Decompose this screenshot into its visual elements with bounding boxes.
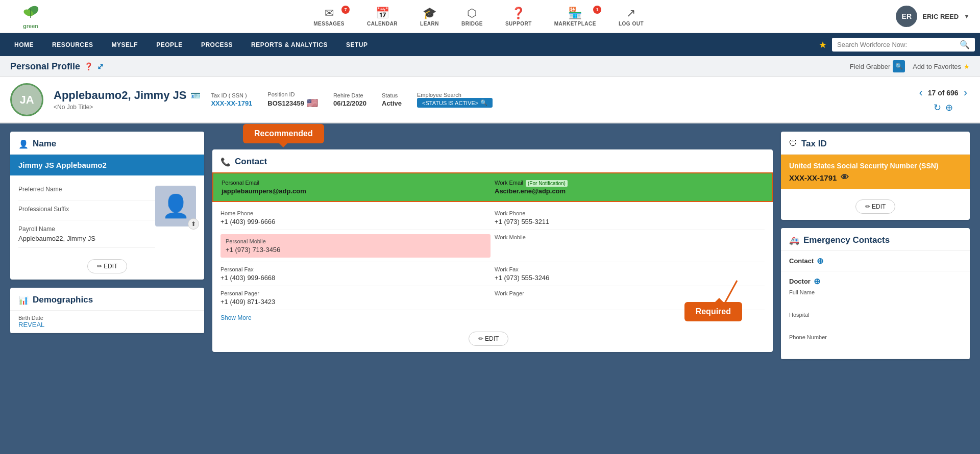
- show-more-link[interactable]: Show More: [220, 310, 765, 325]
- flag-icon: 🇺🇸: [307, 97, 318, 109]
- logo[interactable]: green: [10, 4, 51, 29]
- marketplace-label: MARKETPLACE: [554, 21, 596, 27]
- personal-mobile-label: Personal Mobile: [226, 238, 485, 244]
- middle-column: Recommended 📞 Contact Personal Email jap…: [212, 132, 773, 352]
- field-grabber[interactable]: Field Grabber 🔍: [850, 60, 905, 72]
- nav-process[interactable]: PROCESS: [192, 33, 242, 56]
- name-edit-button[interactable]: ✏ EDIT: [87, 259, 128, 273]
- emergency-doctor-section: Doctor ⊕ Full Name Hospital Phone Number: [781, 271, 970, 359]
- user-name[interactable]: ERIC REED: [922, 13, 959, 20]
- favorites-icon: ★: [964, 63, 970, 70]
- avatar-upload-icon[interactable]: ⬆: [188, 218, 199, 230]
- nav-logout[interactable]: ↗ LOG OUT: [607, 7, 655, 27]
- messages-badge: 7: [341, 6, 350, 14]
- nav-resources[interactable]: RESOURCES: [43, 33, 103, 56]
- home-phone-field: Home Phone +1 (403) 999-6666: [220, 210, 491, 225]
- nav-learn[interactable]: 🎓 LEARN: [409, 7, 450, 27]
- name-card: 👤 Name Jimmy JS Applebaumo2 Preferred Na…: [10, 132, 204, 280]
- main-content: 👤 Name Jimmy JS Applebaumo2 Preferred Na…: [0, 123, 980, 367]
- nav-reports[interactable]: REPORTS & ANALYTICS: [242, 33, 337, 56]
- birth-date-value[interactable]: REVEAL: [18, 321, 196, 329]
- fax-row: Personal Fax +1 (403) 999-6668 Work Fax …: [220, 262, 765, 286]
- ssn-type: United States Social Security Number (SS…: [789, 162, 962, 170]
- top-bar: green ✉ 7 MESSAGES 📅 CALENDAR 🎓 LEARN ⬡ …: [0, 0, 980, 33]
- contact-card-icon: 📞: [220, 157, 231, 167]
- add-doctor-icon[interactable]: ⊕: [814, 276, 820, 286]
- next-employee-button[interactable]: ›: [961, 86, 970, 99]
- work-phone-field: Work Phone +1 (973) 555-3211: [495, 210, 765, 225]
- personal-fax-value: +1 (403) 999-6668: [220, 274, 491, 282]
- prev-employee-button[interactable]: ‹: [916, 86, 925, 99]
- calendar-label: CALENDAR: [367, 21, 398, 27]
- nav-myself[interactable]: MYSELF: [103, 33, 148, 56]
- add-favorites-label: Add to Favorites: [913, 63, 961, 70]
- hospital-value: [789, 318, 962, 328]
- refresh-icon[interactable]: ↻: [934, 102, 941, 113]
- nav-messages[interactable]: ✉ 7 MESSAGES: [302, 7, 356, 27]
- personal-fax-label: Personal Fax: [220, 266, 491, 272]
- contact-card-title: Contact: [235, 157, 267, 167]
- marketplace-badge: 1: [593, 6, 601, 14]
- work-mobile-field: Work Mobile: [495, 234, 765, 258]
- add-contact-icon[interactable]: ⊕: [817, 256, 823, 266]
- tax-card-footer: ✏ EDIT: [781, 193, 970, 220]
- employee-job-title: <No Job Title>: [54, 104, 201, 111]
- add-employee-icon[interactable]: ⊕: [945, 102, 953, 113]
- search-area: 🔍: [832, 38, 975, 52]
- preferred-name-row: Preferred Name: [18, 181, 155, 200]
- emergency-card: 🚑 Emergency Contacts Contact ⊕ Doctor ⊕ …: [781, 228, 970, 359]
- search-icon[interactable]: 🔍: [960, 40, 970, 49]
- calendar-icon: 📅: [376, 7, 389, 20]
- nav-home[interactable]: HOME: [5, 33, 43, 56]
- user-avatar[interactable]: ER: [896, 6, 917, 27]
- support-icon: ❓: [511, 7, 525, 20]
- home-phone-value: +1 (403) 999-6666: [220, 218, 491, 225]
- demographics-card: 📊 Demographics Birth Date REVEAL: [10, 288, 204, 333]
- demographics-icon: 📊: [18, 295, 29, 305]
- contact-card-footer: ✏ EDIT: [212, 325, 773, 352]
- work-fax-value: +1 (973) 555-3246: [495, 274, 765, 282]
- user-dropdown-icon[interactable]: ▼: [964, 13, 970, 20]
- contact-edit-button[interactable]: ✏ EDIT: [469, 332, 509, 346]
- nav-bridge[interactable]: ⬡ BRIDGE: [450, 7, 494, 27]
- add-to-favorites[interactable]: Add to Favorites ★: [913, 63, 970, 70]
- contact-fields: Home Phone +1 (403) 999-6666 Work Phone …: [212, 206, 773, 325]
- expand-icon[interactable]: ⤢: [97, 62, 104, 71]
- eye-icon[interactable]: 👁: [841, 173, 849, 182]
- nav-calendar[interactable]: 📅 CALENDAR: [356, 7, 409, 27]
- nav-setup[interactable]: SETUP: [337, 33, 377, 56]
- employee-name: Applebaumo2, Jimmy JS 🪪: [54, 89, 201, 102]
- emergency-contact-section: Contact ⊕: [781, 251, 970, 271]
- rehire-date-label: Rehire Date: [333, 92, 366, 98]
- personal-email-label: Personal Email: [222, 180, 491, 186]
- emergency-card-header: 🚑 Emergency Contacts: [781, 228, 970, 251]
- birth-date-label: Birth Date: [18, 315, 196, 321]
- nav-people[interactable]: PEOPLE: [147, 33, 192, 56]
- rehire-date-value: 06/12/2020: [333, 99, 366, 107]
- name-card-title: Name: [33, 139, 56, 149]
- field-grabber-label: Field Grabber: [850, 63, 890, 70]
- full-name-label: Full Name: [789, 289, 962, 295]
- preferred-name-label: Preferred Name: [18, 186, 155, 193]
- tax-ssn-value: XXX-XX-1791 👁: [789, 173, 962, 182]
- personal-email-group: Personal Email japplebaumpers@adp.com: [222, 180, 491, 195]
- contact-section-title: Contact ⊕: [789, 256, 962, 266]
- avatar-person-icon: 👤: [162, 193, 190, 219]
- employee-name-text: Applebaumo2, Jimmy JS: [54, 89, 186, 102]
- position-id-label: Position ID: [267, 91, 318, 97]
- status-label: Status: [382, 92, 402, 98]
- id-card-icon[interactable]: 🪪: [190, 91, 201, 100]
- name-card-header: 👤 Name: [10, 132, 204, 155]
- nav-support[interactable]: ❓ SUPPORT: [494, 7, 543, 27]
- payroll-name-value: Applebaumo22, Jimmy JS: [18, 235, 155, 242]
- favorites-star-icon[interactable]: ★: [814, 39, 832, 51]
- status-badge[interactable]: <STATUS IS ACTIVE> 🔍: [417, 98, 493, 108]
- personal-mobile-value: +1 (973) 713-3456: [226, 246, 485, 254]
- main-nav: HOME RESOURCES MYSELF PEOPLE PROCESS REP…: [0, 33, 980, 56]
- help-icon[interactable]: ❓: [84, 62, 93, 70]
- nav-marketplace[interactable]: 🏪 1 MARKETPLACE: [543, 7, 607, 27]
- emergency-card-icon: 🚑: [789, 236, 799, 245]
- profile-header-bar: Personal Profile ❓ ⤢ Field Grabber 🔍 Add…: [0, 56, 980, 77]
- search-input[interactable]: [837, 41, 955, 48]
- tax-edit-button[interactable]: ✏ EDIT: [855, 199, 896, 214]
